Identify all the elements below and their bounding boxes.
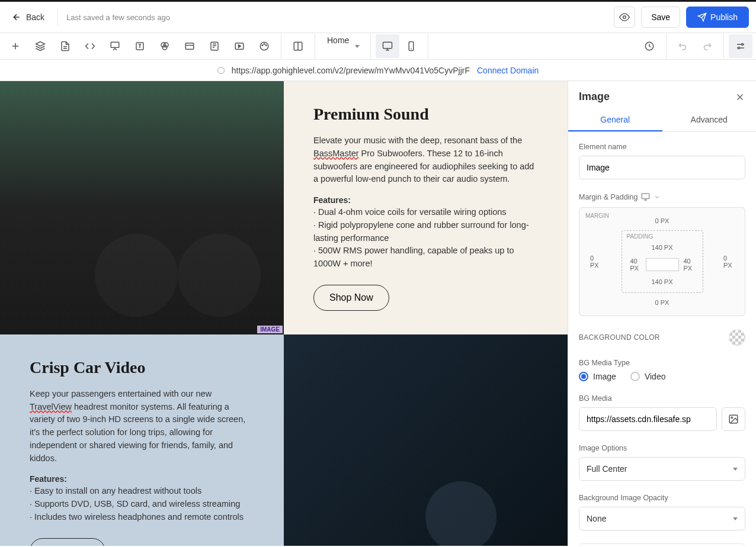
save-button[interactable]: Save [641, 7, 680, 28]
preview-url: https://app.gohighlevel.com/v2/preview/m… [232, 66, 470, 75]
palette-icon [259, 41, 270, 52]
feature-item: · Supports DVD, USB, SD card, and wirele… [30, 498, 254, 511]
content-cell[interactable]: Premium Sound Elevate your music with th… [284, 81, 568, 334]
smartphone-icon [406, 41, 417, 52]
toolbar: Home [0, 33, 756, 60]
text-button[interactable] [128, 34, 152, 58]
browse-media-button[interactable] [722, 407, 745, 431]
feature-item: · Includes two wireless headphones and r… [30, 511, 254, 524]
color-button[interactable] [153, 34, 177, 58]
svg-point-5 [162, 46, 167, 50]
box-model-editor[interactable]: MARGIN 0 PX 0 PX PADDING 140 PX [579, 207, 745, 316]
pages-button[interactable] [53, 34, 77, 58]
presentation-button[interactable] [103, 34, 127, 58]
svg-rect-19 [642, 194, 650, 199]
eye-icon [619, 12, 630, 22]
close-panel-button[interactable] [735, 92, 745, 102]
margin-right[interactable]: 0 PX [720, 252, 738, 271]
preview-button[interactable] [614, 7, 635, 28]
padding-left[interactable]: 40 PX [627, 255, 645, 274]
layout-button[interactable] [178, 34, 201, 58]
element-name-input[interactable] [579, 156, 745, 179]
code-button[interactable] [78, 34, 102, 58]
brand-word: TravelView [30, 402, 72, 411]
media-type-image-radio[interactable]: Image [579, 372, 616, 381]
bg-color-swatch[interactable] [729, 329, 745, 346]
padding-bottom[interactable]: 140 PX [648, 276, 676, 288]
tab-advanced[interactable]: Advanced [662, 109, 757, 131]
url-bar: https://app.gohighlevel.com/v2/preview/m… [0, 60, 756, 81]
divider [57, 8, 58, 26]
redo-button[interactable] [695, 34, 719, 58]
undo-button[interactable] [671, 34, 695, 58]
video-button[interactable] [228, 34, 251, 58]
section-crisp-car-video[interactable]: Crisp Car Video Keep your passengers ent… [0, 334, 568, 546]
content-cell[interactable]: Crisp Car Video Keep your passengers ent… [0, 334, 284, 546]
layers-icon [35, 41, 46, 52]
margin-left[interactable]: 0 PX [587, 252, 604, 271]
bg-opacity-select[interactable]: None [579, 507, 745, 530]
svg-point-21 [731, 417, 732, 418]
close-icon [735, 92, 745, 102]
add-element-button[interactable] [4, 34, 27, 58]
margin-top[interactable]: 0 PX [652, 215, 673, 227]
section-premium-sound[interactable]: Premium Sound Elevate your music with th… [0, 81, 568, 334]
image-cell[interactable] [0, 81, 284, 334]
play-square-icon [234, 41, 245, 52]
columns-toggle[interactable] [286, 34, 310, 58]
select-value: Full Center [587, 464, 627, 474]
redo-icon [701, 41, 712, 52]
page-selector[interactable]: Home [320, 36, 366, 57]
padding-right[interactable]: 40 PX [680, 255, 698, 274]
theme-button[interactable] [252, 34, 276, 58]
save-status: Last saved a few seconds ago [66, 13, 170, 22]
svg-point-18 [738, 47, 740, 49]
presentation-icon [110, 41, 120, 52]
desktop-view-button[interactable] [376, 34, 399, 58]
publish-button[interactable]: Publish [686, 7, 749, 28]
section-title: Crisp Car Video [30, 358, 254, 377]
radio-label: Video [645, 372, 666, 381]
feature-item: · Dual 4-ohm voice coils for versatile w… [313, 206, 538, 219]
padding-top[interactable]: 140 PX [648, 242, 676, 253]
box-center [646, 258, 679, 271]
history-button[interactable] [638, 34, 661, 58]
canvas[interactable]: Premium Sound Elevate your music with th… [0, 81, 568, 546]
shop-now-button[interactable]: Shop Now [313, 285, 389, 311]
feature-item: · Easy to install on any headrest withou… [30, 485, 254, 498]
droplet-icon [159, 41, 170, 52]
mobile-view-button[interactable] [399, 34, 423, 58]
monitor-icon [382, 41, 393, 52]
back-label: Back [26, 12, 44, 22]
undo-icon [678, 41, 688, 52]
page-selector-value: Home [320, 36, 366, 57]
layers-button[interactable] [28, 34, 52, 58]
file-icon [60, 41, 71, 52]
clock-icon [644, 41, 655, 52]
shop-now-button[interactable]: Shop Now [30, 538, 105, 546]
margin-bottom[interactable]: 0 PX [652, 297, 673, 308]
media-type-video-radio[interactable]: Video [630, 372, 666, 381]
margin-padding-label: Margin & Padding [579, 193, 638, 201]
image-cell[interactable] [284, 334, 568, 546]
back-button[interactable]: Back [7, 9, 49, 25]
column-layout-section[interactable]: Column Layout [579, 543, 745, 546]
settings-panel-button[interactable] [729, 34, 752, 58]
sliders-icon [735, 41, 746, 52]
brand-word: BassMaster [313, 149, 359, 158]
tab-general[interactable]: General [568, 109, 662, 131]
bg-opacity-label: Background Image Opacity [579, 494, 745, 502]
image-options-select[interactable]: Full Center [579, 457, 745, 481]
svg-rect-14 [383, 42, 392, 49]
bg-media-url-input[interactable] [579, 407, 717, 431]
svg-point-12 [265, 45, 267, 46]
bg-media-label: BG Media [579, 394, 745, 403]
database-button[interactable] [203, 34, 226, 58]
chevron-down-icon [654, 194, 661, 201]
bg-media-type-label: BG Media Type [579, 359, 745, 367]
connect-domain-link[interactable]: Connect Domain [477, 66, 539, 75]
radio-unchecked-icon [630, 372, 640, 381]
radio-checked-icon [579, 372, 588, 381]
monitor-icon [641, 192, 650, 201]
properties-sidebar: Image General Advanced Element name Marg… [568, 81, 756, 546]
